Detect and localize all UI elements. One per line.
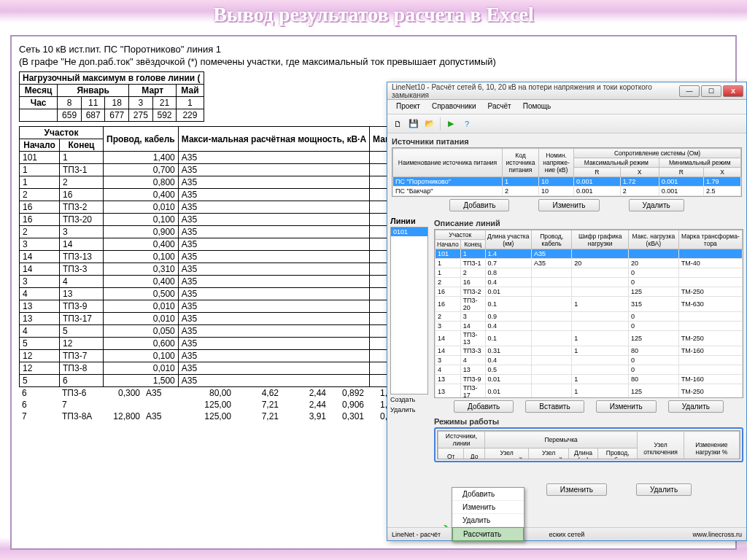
src-edit-button[interactable]: Изменить bbox=[538, 199, 599, 211]
modes-header: Режимы работы bbox=[434, 417, 743, 426]
sources-header: Источники питания bbox=[392, 137, 742, 146]
ld-edit[interactable]: Изменить bbox=[596, 400, 657, 413]
line-create[interactable]: Создать bbox=[390, 394, 428, 405]
line-item[interactable]: 0101 bbox=[391, 228, 427, 236]
close-button[interactable]: X bbox=[723, 85, 743, 97]
ctx-del[interactable]: Удалить bbox=[452, 514, 524, 527]
titlebar: LineNet10 - Расчёт сетей 6, 10, 20 кВ на… bbox=[387, 82, 746, 100]
maximize-button[interactable]: ☐ bbox=[701, 85, 721, 97]
window-title: LineNet10 - Расчёт сетей 6, 10, 20 кВ на… bbox=[390, 83, 678, 99]
menu-bar[interactable]: Проект Справочники Расчёт Помощь bbox=[387, 100, 746, 114]
lines-list[interactable]: 0101 bbox=[390, 227, 428, 394]
line-desc-grid[interactable]: Участок Длина участка (км) Провод, кабел… bbox=[434, 229, 743, 398]
ctx-edit[interactable]: Изменить bbox=[452, 501, 524, 514]
mode-del[interactable]: Удалить bbox=[636, 483, 692, 496]
lines-header: Линии bbox=[390, 217, 428, 225]
menu-ref[interactable]: Справочники bbox=[426, 100, 482, 114]
ld-insert[interactable]: Вставить bbox=[525, 400, 584, 413]
menu-calc[interactable]: Расчёт bbox=[482, 100, 517, 114]
banner-title: Вывод результатов расчета в Excel bbox=[0, 3, 747, 26]
new-icon[interactable]: 🗋 bbox=[390, 117, 405, 131]
header-line-1: Сеть 10 кВ ист.пит. ПС "Поротниково" лин… bbox=[19, 44, 728, 55]
mode-edit[interactable]: Изменить bbox=[546, 483, 607, 496]
menu-help[interactable]: Помощь bbox=[517, 100, 557, 114]
status-bar: LineNet - расчёт еских сетей www.linecro… bbox=[387, 527, 746, 540]
menu-project[interactable]: Проект bbox=[390, 100, 426, 114]
context-menu[interactable]: Добавить Изменить Удалить Рассчитать bbox=[452, 487, 525, 542]
header-line-2: (В графе "Не доп.раб.ток" звёздочкой (*)… bbox=[19, 56, 728, 67]
sources-grid[interactable]: Наименование источника питания Код источ… bbox=[392, 147, 742, 197]
ctx-add[interactable]: Добавить bbox=[452, 488, 524, 501]
ld-del[interactable]: Удалить bbox=[668, 400, 724, 413]
load-max-table: Нагрузочный максимум в голове линии ( Ме… bbox=[19, 71, 204, 122]
linenet-window: LineNet10 - Расчёт сетей 6, 10, 20 кВ на… bbox=[387, 82, 747, 541]
run-icon[interactable]: ▶ bbox=[444, 117, 458, 131]
modes-grid[interactable]: Источники, линии Перемычка Узел отключен… bbox=[437, 430, 740, 459]
toolbar: 🗋 💾 📂 ▶ ? bbox=[387, 114, 746, 133]
src-del-button[interactable]: Удалить bbox=[629, 199, 684, 211]
save-icon[interactable]: 💾 bbox=[406, 117, 421, 131]
open-icon[interactable]: 📂 bbox=[422, 117, 437, 131]
help-icon[interactable]: ? bbox=[460, 117, 474, 131]
ctx-calc[interactable]: Рассчитать bbox=[452, 527, 524, 541]
minimize-button[interactable]: — bbox=[679, 85, 700, 97]
ld-add[interactable]: Добавить bbox=[454, 400, 514, 413]
line-delete[interactable]: Удалить bbox=[390, 405, 428, 415]
line-desc-header: Описание линий bbox=[434, 219, 743, 228]
src-add-button[interactable]: Добавить bbox=[449, 199, 509, 211]
